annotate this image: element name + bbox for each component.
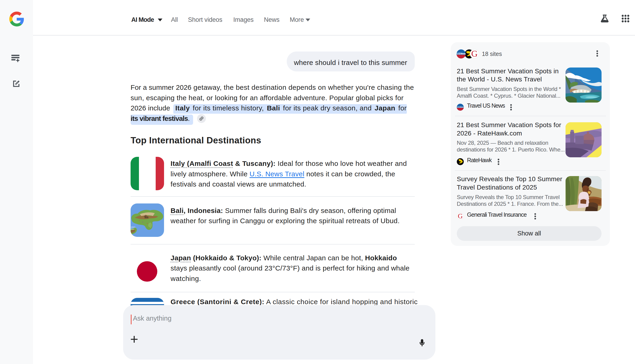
svg-text:Java: Java [131,228,134,230]
svg-text:Bali: Bali [144,216,148,219]
svg-text:astern: astern [131,226,135,228]
